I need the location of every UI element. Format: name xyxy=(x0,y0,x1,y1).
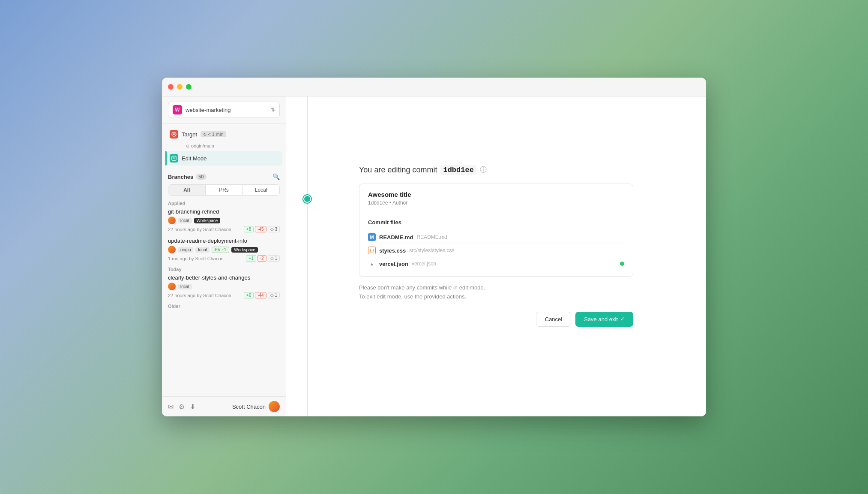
sidebar-header: W website-marketing ⇅ xyxy=(162,96,286,124)
cancel-button[interactable]: Cancel xyxy=(536,312,571,327)
target-label: Target xyxy=(182,131,197,138)
file-row-styles[interactable]: { } styles.css src/styles/styles.css xyxy=(368,244,624,257)
branch-name: git-branching-refined xyxy=(168,208,280,215)
active-bar xyxy=(165,151,167,166)
branch-meta: local xyxy=(168,283,280,290)
branches-header: Branches 50 🔍 xyxy=(168,173,280,180)
stat-add: +6 xyxy=(244,292,254,298)
stat-del: -45 xyxy=(255,226,266,232)
workspace-icon: W xyxy=(173,105,182,114)
content-area: You are editing commit 1dbd1ee ⓘ Awesome… xyxy=(359,114,633,327)
stat-del: -44 xyxy=(255,292,266,298)
gear-icon[interactable]: ⚙ xyxy=(179,403,185,411)
filter-tab-prs[interactable]: PRs xyxy=(205,185,242,195)
app-window: W website-marketing ⇅ Target ↻ < 1 min xyxy=(162,78,706,416)
target-badge: ↻ < 1 min xyxy=(201,131,226,137)
branch-item-clearly-better[interactable]: clearly-better-styles-and-changes local … xyxy=(168,274,280,298)
svg-point-1 xyxy=(173,133,175,135)
target-sub-row: ⊙ origin/main xyxy=(165,142,282,151)
chevron-updown-icon: ⇅ xyxy=(271,107,275,113)
branch-item-update-readme[interactable]: update-readme-deployment-info origin loc… xyxy=(168,238,280,262)
commit-title-section: Awesome title 1dbd1ee • Author xyxy=(359,184,633,213)
tag-origin: origin xyxy=(178,247,193,253)
branch-time: 22 hours ago by Scott Chacon xyxy=(168,227,231,232)
branch-row2: 1 mo ago by Scott Chacon +1 -2 ◇ 1 xyxy=(168,255,280,262)
tag-pr: PR ↑1 xyxy=(212,247,229,253)
diff-stats: +6 -44 ◇ 1 xyxy=(244,292,280,298)
info-icon[interactable]: ⓘ xyxy=(480,166,487,175)
sidebar-navigation: Target ↻ < 1 min ⊙ origin/main xyxy=(162,124,286,170)
file-icon-css: { } xyxy=(368,247,376,254)
branch-meta: local Workspace xyxy=(168,217,280,224)
workspace-selector[interactable]: W website-marketing ⇅ xyxy=(168,102,280,118)
mail-icon[interactable]: ✉ xyxy=(168,403,174,411)
avatar xyxy=(168,283,176,290)
file-row-readme[interactable]: M README.md README.md xyxy=(368,231,624,244)
branch-filter-tabs: All PRs Local xyxy=(168,184,280,196)
tag-local: local xyxy=(178,284,192,289)
tag-workspace: Workspace xyxy=(231,247,258,253)
stat-del: -2 xyxy=(257,255,266,262)
file-row-vercel[interactable]: ▲ vercel.json vercel.json xyxy=(368,257,624,270)
stat-add: +1 xyxy=(246,255,256,262)
group-applied-label: Applied xyxy=(168,201,280,206)
branches-search-icon[interactable]: 🔍 xyxy=(272,173,280,180)
stat-commit: ◇ 1 xyxy=(268,255,280,262)
diff-stats: +1 -2 ◇ 1 xyxy=(246,255,280,262)
group-today-label: Today xyxy=(168,267,280,272)
file-name: vercel.json xyxy=(379,261,408,267)
branch-time: 22 hours ago by Scott Chacon xyxy=(168,293,231,298)
branches-count: 50 xyxy=(196,174,206,180)
file-path: vercel.json xyxy=(412,261,436,267)
filter-tab-all[interactable]: All xyxy=(168,185,205,195)
file-name: README.md xyxy=(379,234,413,241)
branch-name: update-readme-deployment-info xyxy=(168,238,280,244)
stat-commit: ◇ 1 xyxy=(268,292,280,298)
file-status-dot xyxy=(620,262,624,266)
tag-local: local xyxy=(195,247,210,253)
save-and-exit-button[interactable]: Save and exit ✓ xyxy=(575,312,633,327)
commit-card: Awesome title 1dbd1ee • Author Commit fi… xyxy=(359,184,633,277)
editing-text: You are editing commit xyxy=(359,166,437,175)
file-name: styles.css xyxy=(379,247,406,254)
close-button[interactable] xyxy=(168,84,174,90)
tag-workspace: Workspace xyxy=(194,218,221,223)
diff-stats: +8 -45 ◇ 3 xyxy=(244,226,280,232)
minimize-button[interactable] xyxy=(177,84,183,90)
file-path: src/styles/styles.css xyxy=(409,247,454,253)
stat-add: +8 xyxy=(244,226,254,232)
filter-tab-local[interactable]: Local xyxy=(242,185,279,195)
files-header: Commit files xyxy=(368,219,624,226)
editing-header: You are editing commit 1dbd1ee ⓘ xyxy=(359,165,633,175)
app-body: W website-marketing ⇅ Target ↻ < 1 min xyxy=(162,96,706,416)
target-icon xyxy=(170,130,178,139)
edit-mode-label: Edit Mode xyxy=(182,155,207,162)
sidebar-item-target[interactable]: Target ↻ < 1 min xyxy=(165,127,282,142)
footer-icons: ✉ ⚙ ⬇ xyxy=(168,403,195,411)
commit-subtitle: 1dbd1ee • Author xyxy=(368,200,624,206)
check-icon: ✓ xyxy=(620,316,625,322)
branch-name: clearly-better-styles-and-changes xyxy=(168,274,280,281)
tag-local: local xyxy=(178,218,192,223)
branch-row2: 22 hours ago by Scott Chacon +8 -45 ◇ 3 xyxy=(168,226,280,232)
branch-time: 1 mo ago by Scott Chacon xyxy=(168,256,224,261)
sidebar-item-edit-mode[interactable]: Edit Mode xyxy=(165,151,282,166)
main-content: You are editing commit 1dbd1ee ⓘ Awesome… xyxy=(286,96,706,416)
user-avatar xyxy=(269,401,280,412)
download-icon[interactable]: ⬇ xyxy=(190,403,195,411)
file-icon-json: ▲ xyxy=(368,260,376,268)
maximize-button[interactable] xyxy=(186,84,192,90)
branches-title: Branches 50 xyxy=(168,174,207,180)
notice-text: Please don't make any commits while in e… xyxy=(359,283,633,301)
file-path: README.md xyxy=(416,234,447,240)
branch-item-git-branching-refined[interactable]: git-branching-refined local Workspace 22… xyxy=(168,208,280,232)
stat-commit: ◇ 3 xyxy=(268,226,280,232)
avatar xyxy=(168,217,176,224)
sidebar-footer: ✉ ⚙ ⬇ Scott Chacon xyxy=(162,396,286,416)
sidebar: W website-marketing ⇅ Target ↻ < 1 min xyxy=(162,96,286,416)
user-info[interactable]: Scott Chacon xyxy=(232,401,280,412)
sidebar-item-edit-mode-wrapper: Edit Mode xyxy=(165,151,282,166)
timeline-dot xyxy=(303,195,311,203)
workspace-name: website-marketing xyxy=(186,107,267,113)
branch-meta: origin local PR ↑1 Workspace xyxy=(168,246,280,253)
